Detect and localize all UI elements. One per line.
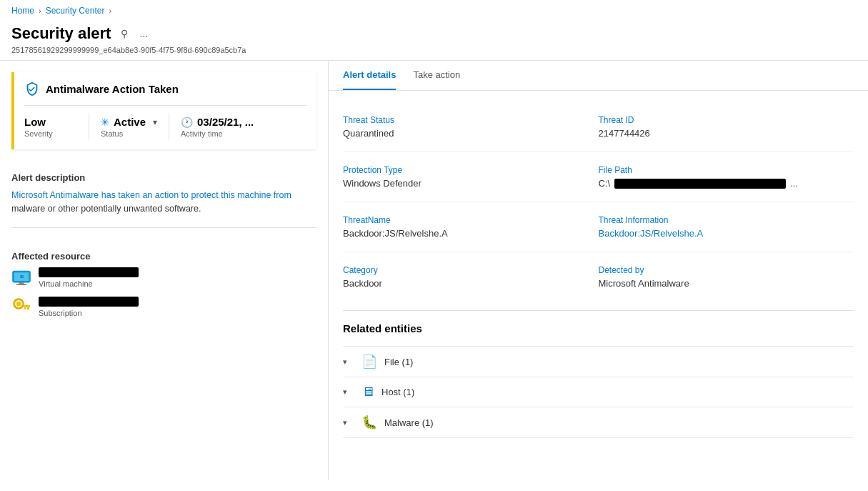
activity-label: Activity time xyxy=(181,129,254,138)
activity-metric: 🕐 03/25/21, ... Activity time xyxy=(169,113,265,141)
breadcrumb: Home › Security Center › xyxy=(0,0,868,21)
threat-name-group: ThreatName Backdoor:JS/Relvelshe.A xyxy=(343,205,599,249)
breadcrumb-sep2: › xyxy=(109,6,111,15)
severity-metric: Low Severity xyxy=(24,113,89,141)
page-title: Security alert xyxy=(11,24,111,43)
svg-text:⊞: ⊞ xyxy=(20,274,24,279)
malware-icon: 🐛 xyxy=(361,415,377,430)
threat-info-group: Threat Information Backdoor:JS/Relvelshe… xyxy=(599,205,854,249)
category-group: Category Backdoor xyxy=(343,255,599,299)
tab-take-action[interactable]: Take action xyxy=(413,61,460,90)
threat-status-value: Quarantined xyxy=(343,128,584,139)
affected-resource-title: Affected resource xyxy=(11,251,316,262)
alert-description-text: Microsoft Antimalware has taken an actio… xyxy=(11,189,316,216)
alert-description-title: Alert description xyxy=(11,172,316,183)
metrics-row: Low Severity ✳ Active ▾ Status 🕐 03/25/2… xyxy=(24,105,306,141)
threat-status-group: Threat Status Quarantined xyxy=(343,105,599,149)
alert-desc-link[interactable]: Microsoft Antimalware has taken an actio… xyxy=(11,190,291,200)
status-with-icon: ✳ Active ▾ xyxy=(101,116,157,128)
breadcrumb-sep1: › xyxy=(39,6,41,15)
threat-info-value[interactable]: Backdoor:JS/Relvelshe.A xyxy=(599,228,840,239)
category-label: Category xyxy=(343,265,584,275)
main-layout: Antimalware Action Taken Low Severity ✳ … xyxy=(0,61,868,480)
related-entities-section: Related entities ▾ 📄 File (1) ▾ 🖥 Host (… xyxy=(343,310,854,438)
svg-point-6 xyxy=(14,299,24,309)
divider-1 xyxy=(343,152,854,152)
protection-type-label: Protection Type xyxy=(343,165,584,175)
severity-value: Low xyxy=(24,116,77,128)
threat-name-value: Backdoor:JS/Relvelshe.A xyxy=(343,228,584,239)
alert-details-content: Threat Status Quarantined Threat ID 2147… xyxy=(329,91,868,452)
entity-host-label: Host (1) xyxy=(381,387,414,397)
alert-id: 25178561929299999999_e64ab8e3-90f5-4f75-… xyxy=(11,46,857,54)
affected-resource-section: Affected resource ⊞ Virtual machine xyxy=(0,239,328,317)
status-label: Status xyxy=(101,129,157,138)
category-value: Backdoor xyxy=(343,278,584,289)
alert-card: Antimalware Action Taken Low Severity ✳ … xyxy=(11,72,316,149)
details-grid: Threat Status Quarantined Threat ID 2147… xyxy=(343,105,854,299)
tabs-header: Alert details Take action xyxy=(329,61,868,91)
divider-3 xyxy=(343,252,854,252)
alert-card-title-text: Antimalware Action Taken xyxy=(46,83,179,95)
detected-by-value: Microsoft Antimalware xyxy=(599,278,840,289)
file-path-label: File Path xyxy=(599,165,840,175)
file-path-ellipsis: ... xyxy=(790,178,798,189)
detected-by-label: Detected by xyxy=(599,265,840,275)
host-icon: 🖥 xyxy=(361,385,374,400)
subscription-resource-item: Subscription xyxy=(11,297,316,317)
status-chevron-button[interactable]: ▾ xyxy=(153,117,157,127)
entity-file[interactable]: ▾ 📄 File (1) xyxy=(343,346,854,377)
threat-info-label: Threat Information xyxy=(599,215,840,225)
status-value: Active xyxy=(114,116,146,128)
protection-type-value: Windows Defender xyxy=(343,178,584,189)
page-title-icons: ⚲ ... xyxy=(118,26,151,41)
entity-malware-chevron: ▾ xyxy=(343,418,354,427)
vm-resource-info: Virtual machine xyxy=(39,267,139,288)
svg-rect-9 xyxy=(27,307,29,309)
file-path-group: File Path C:\ ... xyxy=(599,155,854,199)
entity-malware[interactable]: ▾ 🐛 Malware (1) xyxy=(343,407,854,438)
vm-resource-type: Virtual machine xyxy=(39,279,139,288)
related-entities-title: Related entities xyxy=(343,322,854,334)
severity-label: Severity xyxy=(24,129,77,138)
entity-malware-label: Malware (1) xyxy=(384,417,434,428)
sub-resource-type: Subscription xyxy=(39,309,139,317)
page-header: Security alert ⚲ ... 2517856192929999999… xyxy=(0,21,868,61)
svg-rect-8 xyxy=(24,305,30,307)
threat-id-value: 2147744426 xyxy=(599,128,840,139)
divider-2 xyxy=(343,202,854,202)
activity-value: 03/25/21, ... xyxy=(197,116,254,128)
breadcrumb-home[interactable]: Home xyxy=(11,6,34,16)
threat-name-label: ThreatName xyxy=(343,215,584,225)
virtual-machine-icon: ⊞ xyxy=(11,267,31,287)
status-metric: ✳ Active ▾ Status xyxy=(89,113,169,141)
alert-desc-static: malware or other potentially unwanted so… xyxy=(11,204,201,214)
status-spinner-icon: ✳ xyxy=(101,116,109,128)
vm-resource-item: ⊞ Virtual machine xyxy=(11,267,316,288)
entity-host-chevron: ▾ xyxy=(343,387,354,397)
right-panel: Alert details Take action Threat Status … xyxy=(329,61,868,480)
breadcrumb-security-center[interactable]: Security Center xyxy=(46,6,105,16)
file-path-redacted xyxy=(614,179,786,189)
clock-icon: 🕐 xyxy=(181,116,193,128)
tab-alert-details[interactable]: Alert details xyxy=(343,61,396,90)
sub-name-redacted xyxy=(39,297,139,307)
shield-icon xyxy=(24,81,40,96)
threat-id-group: Threat ID 2147744426 xyxy=(599,105,854,149)
subscription-icon xyxy=(11,297,31,317)
file-path-value: C:\ ... xyxy=(599,178,840,189)
pin-button[interactable]: ⚲ xyxy=(118,26,131,41)
entity-host[interactable]: ▾ 🖥 Host (1) xyxy=(343,377,854,407)
alert-description-section: Alert description Microsoft Antimalware … xyxy=(0,161,328,216)
detected-by-group: Detected by Microsoft Antimalware xyxy=(599,255,854,299)
file-path-prefix: C:\ xyxy=(599,178,611,189)
entity-file-label: File (1) xyxy=(384,357,413,367)
file-icon: 📄 xyxy=(361,354,377,370)
vm-name-redacted xyxy=(39,267,139,277)
threat-status-label: Threat Status xyxy=(343,115,584,125)
entity-file-chevron: ▾ xyxy=(343,357,354,367)
svg-rect-3 xyxy=(16,284,26,285)
alert-card-title: Antimalware Action Taken xyxy=(24,81,306,96)
svg-rect-2 xyxy=(19,282,24,284)
more-options-button[interactable]: ... xyxy=(136,26,151,41)
